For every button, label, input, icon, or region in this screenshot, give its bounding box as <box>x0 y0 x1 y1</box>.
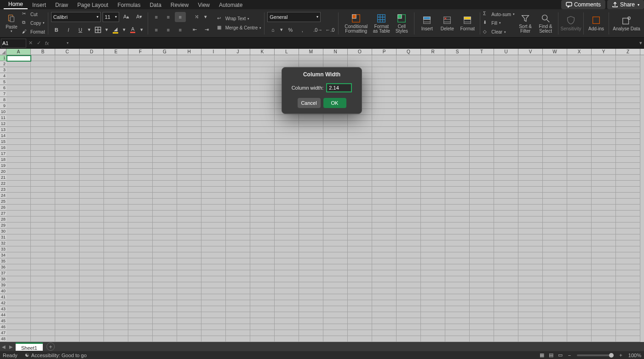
cell[interactable] <box>31 169 55 175</box>
cell[interactable] <box>348 175 372 181</box>
cell[interactable] <box>567 67 592 73</box>
cell[interactable] <box>80 300 104 306</box>
cell[interactable] <box>421 85 445 91</box>
cell[interactable] <box>275 306 299 312</box>
cell[interactable] <box>177 199 201 205</box>
cell[interactable] <box>275 276 299 282</box>
cell[interactable] <box>31 288 55 294</box>
insert-cells-button[interactable]: Insert <box>417 11 437 36</box>
column-header[interactable]: Z <box>616 49 640 55</box>
cell[interactable] <box>299 145 323 151</box>
cell[interactable] <box>177 127 201 133</box>
cell[interactable] <box>55 85 80 91</box>
column-header[interactable]: A <box>6 49 31 55</box>
cell[interactable] <box>567 282 592 288</box>
cell[interactable] <box>494 282 518 288</box>
cell[interactable] <box>201 246 226 252</box>
cell[interactable] <box>31 103 55 109</box>
cell[interactable] <box>128 324 153 330</box>
cell[interactable] <box>518 199 543 205</box>
cell[interactable] <box>616 187 640 193</box>
cell[interactable] <box>518 193 543 199</box>
cell[interactable] <box>543 79 567 85</box>
cell[interactable] <box>250 246 275 252</box>
cell[interactable] <box>104 109 128 115</box>
cell[interactable] <box>31 222 55 228</box>
cell[interactable] <box>226 217 250 222</box>
cell[interactable] <box>494 324 518 330</box>
column-header[interactable]: U <box>494 49 518 55</box>
cell[interactable] <box>323 217 348 222</box>
tab-review[interactable]: Review <box>166 1 193 9</box>
cell[interactable] <box>128 318 153 324</box>
cell[interactable] <box>250 121 275 127</box>
cell[interactable] <box>128 312 153 318</box>
comma-button[interactable]: , <box>297 25 308 35</box>
cell[interactable] <box>201 157 226 163</box>
cell[interactable] <box>372 234 397 240</box>
cell[interactable] <box>177 294 201 300</box>
cell[interactable] <box>104 67 128 73</box>
cell[interactable] <box>348 288 372 294</box>
cell[interactable] <box>153 300 177 306</box>
cell[interactable] <box>616 276 640 282</box>
cell[interactable] <box>592 133 616 139</box>
cell[interactable] <box>250 234 275 240</box>
cell[interactable] <box>592 282 616 288</box>
cell[interactable] <box>226 336 250 342</box>
cell[interactable] <box>421 228 445 234</box>
row-header[interactable]: 16 <box>0 145 6 151</box>
cell[interactable] <box>616 217 640 222</box>
row-header[interactable]: 38 <box>0 276 6 282</box>
cell[interactable] <box>104 145 128 151</box>
cell[interactable] <box>250 55 275 61</box>
cell[interactable] <box>543 270 567 276</box>
cell[interactable] <box>177 318 201 324</box>
row-header[interactable]: 18 <box>0 157 6 163</box>
tab-formulas[interactable]: Formulas <box>113 1 145 9</box>
cell[interactable] <box>6 181 31 187</box>
cell[interactable] <box>201 330 226 336</box>
cell[interactable] <box>177 336 201 342</box>
cell[interactable] <box>299 205 323 211</box>
cell[interactable] <box>31 258 55 264</box>
cell[interactable] <box>250 282 275 288</box>
cell[interactable] <box>323 205 348 211</box>
cell[interactable] <box>31 318 55 324</box>
cell[interactable] <box>6 115 31 121</box>
cell[interactable] <box>250 97 275 103</box>
cell[interactable] <box>80 288 104 294</box>
cell[interactable] <box>275 151 299 157</box>
cell[interactable] <box>567 73 592 79</box>
cell[interactable] <box>372 121 397 127</box>
cell[interactable] <box>323 222 348 228</box>
cell[interactable] <box>567 187 592 193</box>
tab-view[interactable]: View <box>193 1 214 9</box>
cell[interactable] <box>421 222 445 228</box>
cell[interactable] <box>494 67 518 73</box>
cell[interactable] <box>470 115 494 121</box>
row-header[interactable]: 31 <box>0 234 6 240</box>
cell[interactable] <box>177 187 201 193</box>
cell[interactable] <box>567 121 592 127</box>
cell[interactable] <box>201 79 226 85</box>
cell[interactable] <box>250 199 275 205</box>
cell[interactable] <box>250 85 275 91</box>
cell[interactable] <box>299 115 323 121</box>
cell[interactable] <box>445 217 470 222</box>
cell[interactable] <box>592 151 616 157</box>
cell[interactable] <box>55 127 80 133</box>
cell[interactable] <box>348 217 372 222</box>
cell[interactable] <box>6 163 31 169</box>
orientation-button[interactable]: ⤭ <box>191 12 202 22</box>
cell[interactable] <box>616 324 640 330</box>
cell[interactable] <box>226 228 250 234</box>
cell[interactable] <box>55 121 80 127</box>
cell[interactable] <box>397 187 421 193</box>
cell[interactable] <box>592 79 616 85</box>
cell[interactable] <box>445 139 470 145</box>
cell[interactable] <box>55 187 80 193</box>
cell[interactable] <box>6 175 31 181</box>
cell[interactable] <box>177 181 201 187</box>
cell[interactable] <box>372 222 397 228</box>
